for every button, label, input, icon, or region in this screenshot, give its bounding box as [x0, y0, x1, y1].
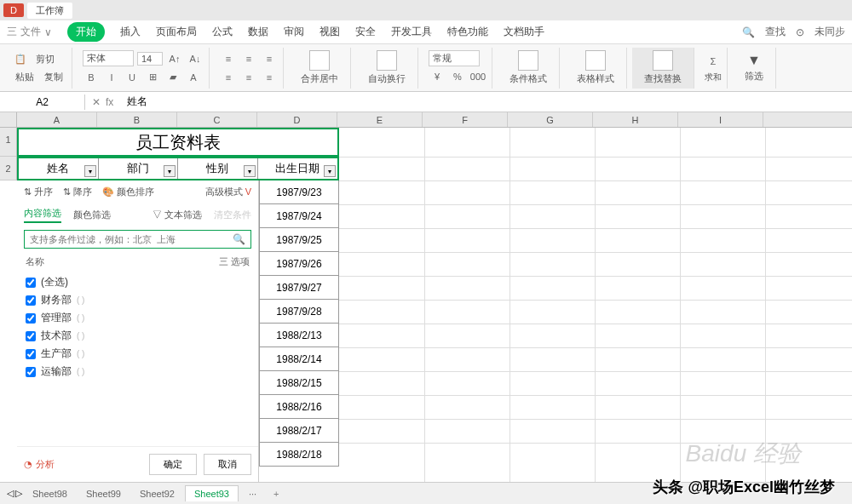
align-bot-icon[interactable]: ≡: [261, 50, 278, 67]
align-left-icon[interactable]: ≡: [220, 69, 237, 86]
filter-big-button[interactable]: ▼筛选: [738, 51, 770, 84]
col-header[interactable]: A: [17, 112, 97, 127]
paste-icon[interactable]: 📋: [12, 50, 29, 67]
filter-checkbox[interactable]: [26, 295, 36, 306]
size-select[interactable]: 14: [137, 52, 163, 66]
title-cell[interactable]: 员工资料表: [17, 128, 339, 157]
data-cell[interactable]: 1988/2/16: [259, 395, 339, 419]
increase-font-icon[interactable]: A↑: [166, 50, 183, 67]
fx-icon[interactable]: fx: [106, 96, 113, 108]
advanced-mode-button[interactable]: 高级模式 V: [205, 186, 251, 198]
data-cell[interactable]: 1987/9/28: [259, 300, 339, 324]
tab-view[interactable]: 视图: [320, 25, 340, 39]
sheet-tab[interactable]: Sheet98: [24, 486, 76, 501]
search-icon[interactable]: 🔍: [742, 26, 755, 38]
bold-button[interactable]: B: [83, 69, 100, 86]
data-cell[interactable]: 1988/2/14: [259, 347, 339, 371]
filter-checkbox[interactable]: [26, 313, 36, 324]
comma-icon[interactable]: 000: [469, 68, 486, 85]
data-cell[interactable]: 1988/2/13: [259, 324, 339, 347]
filter-options[interactable]: 三 选项: [219, 255, 250, 268]
sum-icon[interactable]: Σ: [705, 53, 722, 70]
search-icon[interactable]: 🔍: [233, 233, 245, 245]
fill-color-button[interactable]: ▰: [164, 69, 181, 86]
underline-button[interactable]: U: [124, 69, 141, 86]
data-cell[interactable]: 1987/9/26: [259, 252, 339, 276]
filter-item[interactable]: 运输部( ): [26, 363, 250, 381]
tab-nav-icon[interactable]: ◁: [7, 488, 14, 499]
col-header[interactable]: F: [423, 112, 508, 127]
table-style-button[interactable]: 表格样式: [570, 49, 621, 87]
ok-button[interactable]: 确定: [149, 454, 197, 475]
file-menu[interactable]: 三文件∨: [7, 25, 52, 39]
sheet-tab-active[interactable]: Sheet93: [185, 485, 239, 501]
col-header[interactable]: C: [177, 112, 257, 127]
tab-insert[interactable]: 插入: [120, 25, 141, 39]
name-box[interactable]: A2: [0, 94, 85, 110]
analyze-button[interactable]: ◔ 分析: [24, 458, 55, 471]
percent-icon[interactable]: %: [449, 68, 466, 85]
header-name[interactable]: 姓名▾: [19, 158, 99, 179]
filter-item[interactable]: (全选): [26, 273, 250, 291]
cancel-fx-icon[interactable]: ✕: [92, 96, 101, 108]
border-button[interactable]: ⊞: [144, 69, 161, 86]
sort-color-button[interactable]: 🎨 颜色排序: [102, 186, 154, 198]
filter-checkbox[interactable]: [26, 278, 36, 288]
sheet-tab[interactable]: Sheet99: [78, 486, 130, 501]
filter-dropdown-icon[interactable]: ▾: [84, 165, 96, 177]
wrap-button[interactable]: 自动换行: [361, 49, 412, 87]
grid[interactable]: 员工资料表 姓名▾ 部门▾ 性别▾ 出生日期▾ ⇅ 升序 ⇅ 降序 🎨 颜色排序…: [17, 128, 852, 482]
col-header[interactable]: D: [257, 112, 337, 127]
font-color-button[interactable]: A: [185, 69, 202, 86]
sort-desc-button[interactable]: ⇅ 降序: [63, 186, 92, 198]
data-cell[interactable]: 1987/9/25: [259, 228, 339, 252]
row-header[interactable]: 2: [0, 157, 16, 180]
data-cell[interactable]: 1988/2/17: [259, 419, 339, 443]
align-center-icon[interactable]: ≡: [240, 69, 257, 86]
col-header[interactable]: E: [337, 112, 423, 127]
merge-button[interactable]: 合并居中: [294, 49, 345, 87]
paste-button[interactable]: 粘贴: [12, 69, 37, 85]
sheet-more[interactable]: ···: [240, 486, 265, 501]
align-top-icon[interactable]: ≡: [220, 50, 237, 67]
tab-formula[interactable]: 公式: [212, 25, 233, 39]
header-gender[interactable]: 性别▾: [178, 158, 258, 179]
file-tab[interactable]: 工作簿: [27, 3, 72, 19]
number-format-select[interactable]: 常规: [429, 50, 480, 66]
filter-item[interactable]: 财务部( ): [26, 291, 250, 309]
header-birthdate[interactable]: 出生日期▾: [258, 158, 338, 179]
select-all-corner[interactable]: [0, 112, 17, 128]
filter-search-input[interactable]: [30, 234, 233, 244]
cut-button[interactable]: 剪切: [32, 51, 58, 67]
col-header[interactable]: I: [678, 112, 763, 127]
filter-tab-content[interactable]: 内容筛选: [24, 207, 61, 223]
app-tab[interactable]: D: [3, 3, 24, 17]
add-sheet-button[interactable]: +: [267, 486, 285, 501]
col-header[interactable]: H: [593, 112, 678, 127]
filter-checkbox[interactable]: [26, 349, 36, 359]
tab-start[interactable]: 开始: [67, 22, 105, 42]
tab-review[interactable]: 审阅: [284, 25, 304, 39]
search-label[interactable]: 查找: [765, 25, 786, 39]
filter-item[interactable]: 管理部( ): [26, 309, 250, 327]
header-dept[interactable]: 部门▾: [99, 158, 179, 179]
find-replace-button[interactable]: 查找替换: [637, 49, 688, 87]
decrease-font-icon[interactable]: A↓: [187, 50, 204, 67]
col-header[interactable]: G: [508, 112, 593, 127]
tab-dochelper[interactable]: 文档助手: [504, 25, 544, 39]
font-select[interactable]: 宋体: [83, 50, 134, 66]
tab-dev[interactable]: 开发工具: [391, 25, 432, 39]
align-right-icon[interactable]: ≡: [261, 69, 278, 86]
currency-icon[interactable]: ¥: [429, 68, 446, 85]
filter-clear-button[interactable]: 清空条件: [214, 209, 251, 221]
tab-nav-icon[interactable]: ▷: [15, 488, 22, 499]
filter-dropdown-icon[interactable]: ▾: [244, 165, 256, 177]
filter-dropdown-icon[interactable]: ▾: [164, 165, 176, 177]
filter-checkbox[interactable]: [26, 331, 36, 341]
filter-item[interactable]: 生产部( ): [26, 345, 250, 363]
cond-format-button[interactable]: 条件格式: [503, 49, 554, 87]
copy-button[interactable]: 复制: [41, 69, 66, 85]
cancel-button[interactable]: 取消: [204, 454, 251, 475]
tab-special[interactable]: 特色功能: [447, 25, 488, 39]
data-cell[interactable]: 1987/9/27: [259, 276, 339, 300]
